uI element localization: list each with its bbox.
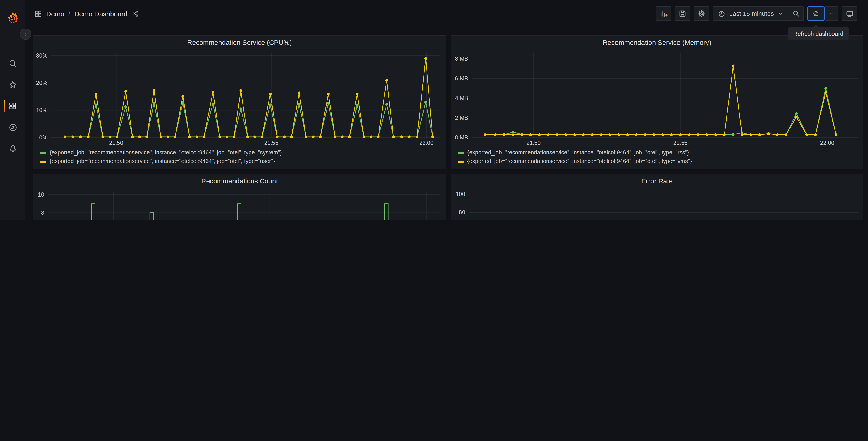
panel-legend: {exported_job="recommendationservice", i… [451, 148, 863, 169]
sidebar-item-explore[interactable] [0, 118, 25, 136]
bell-icon [8, 144, 18, 153]
panel-legend: {exported_job="recommendationservice", i… [33, 148, 445, 169]
time-range-label: Last 15 minutes [729, 10, 774, 17]
legend-item[interactable]: {exported_job="recommendationservice", i… [457, 148, 859, 157]
svg-text:6 MB: 6 MB [455, 75, 468, 82]
save-dashboard-button[interactable] [675, 6, 690, 21]
time-range-controls: Last 15 minutes [713, 6, 804, 21]
timeseries-chart[interactable]: 02040608010021:5021:5522:00 [451, 188, 863, 220]
sidebar-item-alerting[interactable] [0, 140, 25, 157]
svg-text:21:50: 21:50 [109, 140, 123, 146]
svg-text:21:55: 21:55 [673, 140, 687, 146]
clock-icon [718, 10, 725, 18]
svg-text:22:00: 22:00 [820, 140, 834, 146]
time-zoom-out-button[interactable] [788, 7, 803, 20]
legend-item[interactable]: {exported_job="recommendationservice", i… [40, 157, 442, 166]
breadcrumb-page: Demo Dashboard [74, 10, 127, 18]
chevron-right-icon [23, 31, 28, 37]
svg-text:4 MB: 4 MB [455, 95, 468, 101]
dashboard-toolbar: Last 15 minutes [656, 6, 857, 21]
chart-area[interactable]: 02040608010021:5021:5522:00 [451, 188, 863, 220]
panel-cpu: Recommendation Service (CPU%) 0%10%20%30… [33, 35, 446, 169]
refresh-icon [812, 9, 820, 18]
dashboard-grid: Recommendation Service (CPU%) 0%10%20%30… [25, 27, 868, 220]
add-panel-button[interactable] [656, 6, 671, 21]
breadcrumb-separator: / [68, 10, 70, 18]
active-indicator [4, 99, 5, 112]
search-icon [8, 59, 18, 68]
refresh-tooltip: Refresh dashboard [788, 27, 848, 40]
panel-title[interactable]: Error Rate [451, 174, 863, 188]
legend-label: {exported_job="recommendationservice", i… [50, 157, 275, 166]
svg-text:30%: 30% [36, 52, 47, 59]
chart-area[interactable]: 0 MB2 MB4 MB6 MB8 MB21:5021:5522:00 [451, 49, 863, 148]
timeseries-chart[interactable]: 0%10%20%30%21:5021:5522:00 [33, 49, 446, 148]
legend-label: {exported_job="recommendationservice", i… [467, 148, 689, 157]
breadcrumb-section[interactable]: Demo [46, 10, 64, 18]
legend-swatch [457, 160, 464, 162]
svg-text:2 MB: 2 MB [455, 115, 468, 121]
svg-text:21:55: 21:55 [264, 140, 279, 146]
svg-text:10%: 10% [36, 107, 47, 113]
kiosk-mode-button[interactable] [842, 6, 857, 21]
star-icon [8, 80, 18, 89]
svg-text:22:00: 22:00 [419, 140, 434, 146]
dashboard-settings-button[interactable] [694, 6, 709, 21]
timeseries-chart[interactable]: 024681021:5021:5522:00 [33, 188, 446, 220]
dashboards-grid-icon [8, 101, 17, 111]
refresh-controls [807, 6, 838, 21]
legend-item[interactable]: {exported_job="recommendationservice", i… [40, 148, 442, 157]
save-icon [678, 9, 686, 18]
timeseries-chart[interactable]: 0 MB2 MB4 MB6 MB8 MB21:5021:5522:00 [451, 49, 863, 148]
sidebar-item-dashboards[interactable] [0, 97, 25, 115]
monitor-icon [845, 9, 854, 18]
legend-label: {exported_job="recommendationservice", i… [467, 157, 692, 166]
grafana-logo[interactable] [6, 12, 20, 25]
sidebar-item-starred[interactable] [0, 76, 25, 94]
svg-text:0%: 0% [39, 134, 47, 141]
svg-text:80: 80 [459, 209, 465, 215]
svg-text:8: 8 [41, 209, 44, 216]
sidebar-expand-button[interactable] [20, 29, 31, 40]
breadcrumb: Demo / Demo Dashboard [34, 10, 139, 18]
legend-swatch [40, 152, 46, 154]
svg-text:20%: 20% [36, 80, 47, 86]
panel-error-rate: Error Rate 02040608010021:5021:5522:00 {… [451, 174, 864, 220]
panel-memory: Recommendation Service (Memory) 0 MB2 MB… [451, 35, 864, 169]
svg-text:8 MB: 8 MB [455, 56, 468, 62]
svg-text:10: 10 [38, 191, 44, 198]
share-icon[interactable] [132, 10, 139, 17]
legend-item[interactable]: {exported_job="recommendationservice", i… [457, 157, 859, 166]
svg-text:21:50: 21:50 [526, 140, 540, 146]
tooltip-text: Refresh dashboard [793, 30, 843, 37]
chart-area[interactable]: 0%10%20%30%21:5021:5522:00 [33, 49, 445, 148]
top-nav: Demo / Demo Dashboard [25, 0, 868, 27]
legend-label: {exported_job="recommendationservice", i… [50, 148, 282, 157]
panel-title[interactable]: Recommendation Service (CPU%) [33, 36, 445, 49]
zoom-out-icon [792, 9, 800, 18]
panel-recommendations-count: Recommendations Count 024681021:5021:552… [33, 174, 446, 220]
svg-text:100: 100 [456, 191, 465, 197]
gear-icon [697, 9, 706, 18]
dashboards-grid-icon [34, 10, 42, 18]
legend-swatch [457, 152, 464, 154]
time-range-picker[interactable]: Last 15 minutes [713, 7, 788, 20]
refresh-interval-dropdown[interactable] [825, 6, 838, 21]
chevron-down-icon [777, 11, 783, 17]
svg-text:0 MB: 0 MB [455, 134, 468, 141]
legend-swatch [40, 160, 46, 162]
chart-area[interactable]: 024681021:5021:5522:00 [33, 188, 445, 220]
compass-icon [8, 122, 18, 132]
panel-title[interactable]: Recommendations Count [33, 174, 445, 188]
add-panel-icon [659, 9, 668, 18]
grafana-dashboard: Demo / Demo Dashboard [0, 0, 868, 220]
refresh-dashboard-button[interactable] [807, 6, 825, 21]
sidebar-item-search[interactable] [0, 54, 25, 72]
chevron-down-icon [828, 11, 834, 17]
